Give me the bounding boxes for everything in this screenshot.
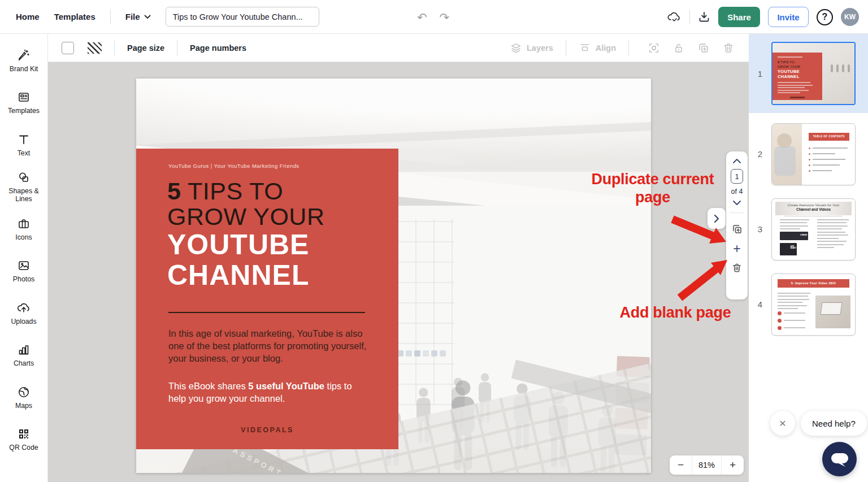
redo-icon[interactable]: ↷ [440,11,450,23]
sidebar-item-templates[interactable]: Templates [0,82,47,124]
page-thumbnail-4[interactable]: 5. Improve Your Video SEO [771,273,856,336]
chat-widget-button[interactable] [822,442,857,476]
need-help-label: Need help? [812,419,856,428]
canvas-area: PASSPORT YouTube Gurus | Your YouTube Ma… [48,62,749,482]
thumb4-banner: 5. Improve Your Video SEO [778,279,849,288]
page-size-button[interactable]: Page size [127,44,164,53]
page-numbers-button[interactable]: Page numbers [190,44,246,53]
zoom-out-button[interactable]: − [670,455,692,475]
sidebar-item-uploads[interactable]: Uploads [0,292,47,335]
cover-heading-rest: TIPS TO [181,177,283,205]
thumb1-logo-bar [790,97,805,98]
crop-rotate-icon[interactable] [648,42,660,54]
cover-heading-number: 5 [167,177,181,205]
zoom-in-button[interactable]: + [722,455,744,475]
chevron-down-icon [144,15,151,19]
need-help-button[interactable]: Need help? [801,411,867,436]
layers-label: Layers [527,44,553,53]
zoom-bar: − 81% + [670,455,744,475]
expand-panel-button[interactable] [708,208,726,229]
sidebar-item-icons[interactable]: Icons [0,208,47,250]
cloud-sync-icon[interactable] [667,11,682,23]
trash-icon[interactable] [722,42,735,54]
navbar-left: Home Templates File [0,7,319,27]
photo-icon [17,259,31,272]
zoom-level-value: 81% [692,455,722,475]
invite-button[interactable]: Invite [768,7,809,27]
sidebar-item-label: Photos [13,275,34,283]
history-controls: ↶ ↷ [417,0,449,34]
file-menu-button[interactable]: File [125,12,151,21]
sidebar-item-brand-kit[interactable]: Brand Kit [0,40,47,82]
duplicate-page-icon [731,223,743,235]
cover-paragraph-2[interactable]: This eBook shares 5 useful YouTube tips … [168,380,370,405]
current-page-input[interactable]: 1 [731,169,743,184]
cover-red-panel[interactable]: YouTube Gurus | Your YouTube Marketing F… [136,149,398,449]
cover-heading[interactable]: 5 TIPS TO GROW YOUR YOUTUBE CHANNEL [167,179,324,290]
templates-icon [17,90,31,104]
cover-paragraph-1[interactable]: In this age of visual marketing, YouTube… [168,328,370,365]
delete-page-button[interactable] [731,262,743,273]
shapes-icon [17,171,31,184]
sidebar-item-qr-code[interactable]: QR Code [0,419,47,461]
align-label: Align [596,44,616,53]
layers-button[interactable]: Layers [510,42,553,54]
avatar[interactable]: KW [841,8,859,26]
previous-page-button[interactable] [732,158,741,164]
cover-brand-logo[interactable]: VIDEOPALS [136,426,398,434]
file-menu-label: File [125,12,140,21]
sidebar-item-text[interactable]: Text [0,124,47,166]
select-all-checkbox[interactable] [62,42,74,54]
document-title-input[interactable] [166,7,319,27]
thumb3-title-line2: Channel and Videos [772,207,855,211]
background-pattern-icon[interactable] [88,42,102,54]
duplicate-page-button[interactable] [731,223,743,235]
lock-icon[interactable] [672,42,685,54]
duplicate-icon[interactable] [697,42,710,54]
nav-home[interactable]: Home [16,12,40,21]
divider [730,212,744,213]
undo-icon[interactable]: ↶ [417,11,427,23]
nav-templates[interactable]: Templates [54,12,96,21]
cover-heading-line2: GROW YOUR [167,204,324,229]
download-icon[interactable] [698,11,710,23]
divider [689,10,690,24]
app-window: Home Templates File ↶ ↷ Share Invite ? K [0,0,868,482]
trash-icon [731,262,743,273]
page-count-label: of 4 [731,188,743,196]
thumb1-tagline-bar [778,57,802,58]
chevron-up-icon [732,158,741,164]
page-thumbnail-1[interactable]: 5 TIPS TO GROW YOUR YOUTUBE CHANNEL [771,42,856,105]
add-page-button[interactable]: + [733,242,740,255]
thumb3-divider [784,216,843,216]
align-button[interactable]: Align [579,42,616,54]
sidebar-item-photos[interactable]: Photos [0,250,47,293]
thumb1-heading-line2: GROW YOUR [778,65,822,70]
thumb4-bullets [778,311,805,330]
divider [110,10,111,24]
thumb2-banner: TABLE OF CONTENTS [809,133,849,141]
dismiss-help-button[interactable]: × [770,411,795,436]
cover-heading-line3: YOUTUBE [167,229,324,260]
page-number: 3 [749,224,771,234]
divider [566,40,566,56]
cover-heading-line1: 5 TIPS TO [167,179,324,204]
sidebar-item-shapes-lines[interactable]: Shapes & Lines [0,166,47,209]
cover-tagline[interactable]: YouTube Gurus | Your YouTube Marketing F… [168,163,300,169]
thumb2-photo [772,124,802,185]
chat-bubble-icon [830,450,849,468]
page-thumbnail-3[interactable]: Create Awesome Visuals for Your Channel … [771,198,856,260]
design-page[interactable]: PASSPORT YouTube Gurus | Your YouTube Ma… [136,79,651,473]
help-icon[interactable]: ? [817,9,833,25]
cover-paragraph-2-bold: 5 useful YouTube [248,381,324,391]
cover-heading-line4: CHANNEL [167,260,324,290]
sidebar-item-charts[interactable]: Charts [0,335,47,377]
toolbar-left: Page size Page numbers [48,40,246,56]
next-page-button[interactable] [732,200,741,206]
share-button[interactable]: Share [718,7,760,27]
sidebar-item-maps[interactable]: Maps [0,376,47,419]
thumb1-figures [831,64,850,72]
thumb1-heading-line1: 5 TIPS TO [778,60,822,65]
thumb1-heading-line3: YOUTUBE [778,69,822,74]
page-thumbnail-2[interactable]: TABLE OF CONTENTS [771,123,856,185]
